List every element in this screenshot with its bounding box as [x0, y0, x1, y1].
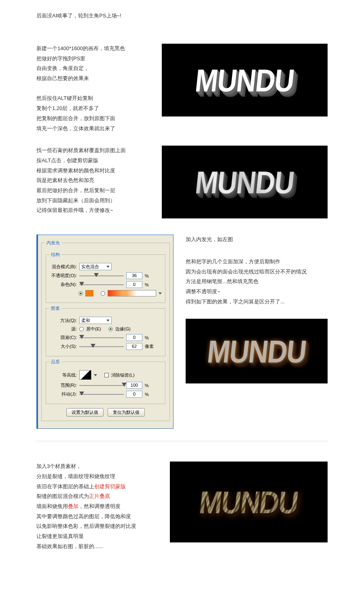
technique-select[interactable]: 柔和	[79, 317, 112, 324]
opacity-unit: %	[145, 273, 155, 278]
noise-unit: %	[145, 282, 155, 287]
logo-mundu: MUNDU	[194, 62, 296, 98]
size-slider[interactable]	[79, 344, 124, 349]
group-quality: 品质 等高线: 消除锯齿(L) 范围(R): 100 %	[46, 359, 165, 404]
step1-text: 新建一个1400*1600的画布，填充黑色 把做好的字拖到PS里 自由变换，角度…	[36, 44, 150, 133]
logo-mundu: MUNDU	[198, 484, 300, 520]
step4-line: 裂缝的图层混合模式为正片叠底	[36, 491, 158, 502]
step4-line: 让裂缝更加逼真明显	[36, 532, 158, 542]
step4-line: 其中要调整颜色过高的图层，降低饱和度	[36, 512, 158, 522]
step4-line: 加入3个材质素材，	[36, 462, 158, 472]
antialias-checkbox[interactable]	[104, 373, 109, 377]
figure-mundu-glow: MUNDU	[186, 319, 328, 383]
blend-mode-select[interactable]: 实色混合	[79, 263, 112, 270]
blend-mode-label: 混合模式(B):	[49, 264, 77, 270]
size-input[interactable]: 62	[126, 343, 142, 350]
chevron-down-icon	[159, 292, 162, 294]
intro-text: 后面没AI啥事了，轮到主角PS上场~!	[36, 12, 328, 19]
step4-line: 分别是裂缝，墙面纹理和烧焦纹理	[36, 472, 158, 482]
legend-structure: 结构	[49, 252, 61, 258]
figure-mundu-grunge: MUNDU	[170, 462, 328, 542]
chevron-down-icon	[94, 374, 97, 376]
figure-mundu-flat: MUNDU	[162, 44, 328, 116]
step1-line: 把做好的字拖到PS里	[36, 54, 150, 64]
source-label: 源:	[49, 326, 77, 332]
step1-line: 填充一个深色，立体效果就出来了	[36, 124, 150, 134]
contour-label: 等高线:	[49, 372, 77, 378]
legend-elements: 图素	[49, 305, 61, 311]
figure-mundu-stone: MUNDU	[162, 146, 328, 218]
source-edge-radio[interactable]	[108, 327, 113, 331]
source-edge-label: 边缘(G)	[115, 326, 131, 332]
step1-line: 把复制的图层合并，放到原图下面	[36, 114, 150, 124]
separator	[36, 441, 328, 441]
right-text-1: 加入内发光，如左图	[186, 235, 328, 245]
gradient-swatch[interactable]	[108, 290, 156, 296]
range-slider[interactable]	[79, 383, 124, 388]
technique-value: 柔和	[81, 318, 90, 324]
legend-quality: 品质	[49, 359, 61, 365]
step4-line: 基础效果如右图，脏脏的......	[36, 542, 158, 552]
source-center-label: 居中(E)	[86, 326, 101, 332]
blend-mode-value: 实色混合	[81, 264, 99, 270]
highlight-text: 叠加	[68, 503, 78, 509]
step4-line: 以免影响整体色彩，然后调整裂缝的对比度	[36, 521, 158, 532]
logo-mundu: MUNDU	[205, 333, 308, 369]
jitter-unit: %	[145, 392, 155, 397]
choke-label: 阻塞(C):	[49, 335, 77, 341]
set-default-button[interactable]: 设置为默认值	[66, 408, 104, 417]
step2-line: 按ALT点击，创建剪切蒙版	[36, 156, 150, 166]
step4-line: 墙面和烧焦用叠加，然和调整透明度	[36, 502, 158, 512]
opacity-label: 不透明度(O):	[49, 273, 77, 279]
antialias-label: 消除锯齿(L)	[111, 372, 134, 378]
chevron-down-icon	[106, 266, 110, 268]
step2-line: 我是把素材去色然和加亮	[36, 176, 150, 186]
logo-mundu: MUNDU	[194, 164, 296, 200]
technique-label: 方法(Q):	[49, 318, 77, 324]
range-input[interactable]: 100	[126, 382, 142, 389]
choke-slider[interactable]	[79, 335, 124, 341]
step1-line: 然后按住ALT键开始复制	[36, 93, 150, 104]
jitter-input[interactable]: 0	[126, 391, 142, 398]
color-radio[interactable]	[78, 291, 83, 296]
step1-line: 根据自己想要的效果来	[36, 74, 150, 84]
noise-input[interactable]: 0	[126, 281, 142, 288]
step2-line: 放到下面隐藏起来（后面会用到）	[36, 196, 150, 206]
choke-input[interactable]: 0	[126, 334, 142, 341]
color-swatch[interactable]	[85, 290, 93, 296]
chevron-down-icon	[106, 320, 110, 322]
group-inner-glow: 内发光 结构 混合模式(B): 实色混合 不透明度(O): 36	[41, 240, 170, 421]
jitter-label: 抖动(J):	[49, 391, 77, 397]
step1-line: 自由变换，角度自定，	[36, 64, 150, 74]
step4-text: 加入3个材质素材， 分别是裂缝，墙面纹理和烧焦纹理 依旧在字体图层的基础上创建剪…	[36, 462, 158, 551]
legend-inner-glow: 内发光	[45, 240, 61, 246]
step2-line: 找一些石膏的材质素材覆盖到原图上面	[36, 146, 150, 156]
range-label: 范围(R):	[49, 382, 77, 388]
opacity-slider[interactable]	[79, 273, 124, 279]
step2-text: 找一些石膏的材质素材覆盖到原图上面 按ALT点击，创建剪切蒙版 根据需求调整素材…	[36, 146, 150, 218]
highlight-text: 正片叠底	[89, 493, 110, 499]
jitter-slider[interactable]	[79, 392, 124, 397]
step1-line: 新建一个1400*1600的画布，填充黑色	[36, 44, 150, 54]
size-unit: 像素	[145, 343, 155, 349]
step2-line: 最后把做好的合并，然后复制一层	[36, 186, 150, 196]
noise-label: 杂色(N):	[49, 282, 77, 288]
step1-line: 复制个1,20层，就差不多了	[36, 104, 150, 114]
choke-unit: %	[145, 335, 155, 340]
noise-slider[interactable]	[79, 282, 124, 288]
opacity-input[interactable]: 36	[126, 272, 142, 279]
range-unit: %	[145, 383, 155, 388]
size-label: 大小(S):	[49, 343, 77, 349]
inner-glow-dialog: 内发光 结构 混合模式(B): 实色混合 不透明度(O): 36	[36, 235, 174, 429]
contour-picker[interactable]	[79, 370, 91, 380]
group-structure: 结构 混合模式(B): 实色混合 不透明度(O): 36 %	[46, 252, 165, 303]
step4-line: 依旧在字体图层的基础上创建剪切蒙版	[36, 482, 158, 492]
step2-line: 记得保留最初原件哦，方便修改~	[36, 205, 150, 216]
right-text-2: 然和把字的几个立面加深，方便后期制作因为会出现有的面会出现光线过暗而区分不开的情…	[186, 257, 328, 307]
group-elements: 图素 方法(Q): 柔和 源: 居中(E) 边	[46, 305, 165, 356]
highlight-text: 创建剪切蒙版	[94, 483, 126, 489]
reset-default-button[interactable]: 复位为默认值	[108, 408, 145, 417]
source-center-radio[interactable]	[79, 327, 84, 331]
step2-line: 根据需求调整素材的颜色和对比度	[36, 166, 150, 176]
gradient-radio[interactable]	[101, 291, 105, 296]
